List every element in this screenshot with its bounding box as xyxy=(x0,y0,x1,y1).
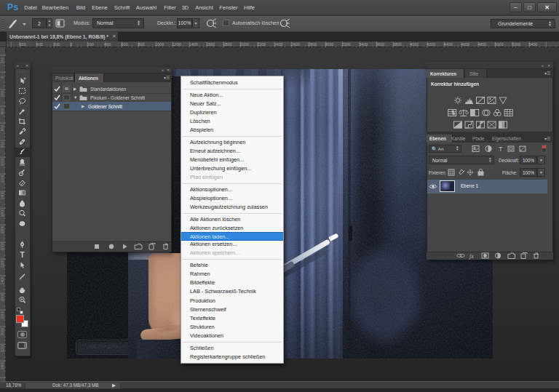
svg-text:T: T xyxy=(20,251,24,259)
svg-text:T: T xyxy=(499,145,503,153)
svg-text:fx: fx xyxy=(469,253,474,260)
